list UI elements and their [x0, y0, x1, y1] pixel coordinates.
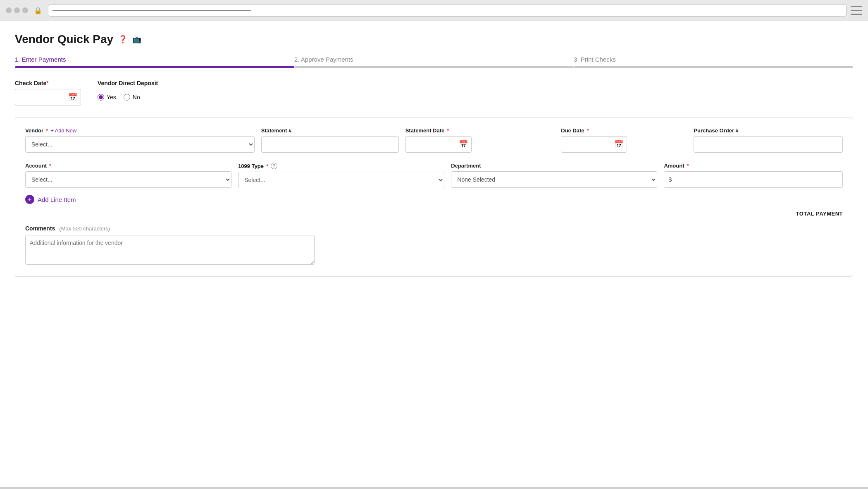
hamburger-menu-icon[interactable] — [851, 6, 862, 15]
vendor-direct-deposit-label: Vendor Direct Deposit — [98, 80, 158, 86]
add-line-item-button[interactable]: + Add Line Item — [25, 195, 76, 204]
comments-section: Comments (Max 500 characters) — [25, 225, 843, 266]
line-items-card: Vendor* + Add New Select... Statement # … — [15, 117, 853, 277]
statement-number-label: Statement # — [261, 127, 399, 134]
type-1099-field: 1099 Type* ? Select... — [238, 163, 444, 188]
vendor-direct-deposit-group: Vendor Direct Deposit Yes No — [98, 80, 158, 105]
amount-input-wrapper[interactable]: $ — [664, 171, 843, 188]
type-1099-select[interactable]: Select... — [238, 172, 444, 188]
due-date-wrapper[interactable]: 6/23/2020 📅 — [561, 136, 627, 153]
vendor-field: Vendor* + Add New Select... — [25, 127, 255, 153]
radio-no-input[interactable] — [124, 94, 130, 101]
amount-field: Amount* $ — [664, 163, 843, 188]
due-date-input[interactable]: 6/23/2020 — [565, 141, 614, 148]
steps-container: 1. Enter Payments 2. Approve Payments 3.… — [15, 56, 853, 68]
currency-symbol: $ — [668, 176, 672, 183]
step-1[interactable]: 1. Enter Payments — [15, 56, 294, 68]
vendor-label: Vendor* + Add New — [25, 127, 255, 134]
due-date-calendar-icon[interactable]: 📅 — [614, 140, 623, 149]
radio-no-label: No — [133, 94, 140, 101]
step-3-bar — [574, 66, 853, 68]
due-date-label: Due Date* — [561, 127, 687, 134]
fields-row-2: Account* Select... 1099 Type* ? Select..… — [25, 163, 843, 188]
radio-yes-input[interactable] — [98, 94, 104, 101]
due-date-field: Due Date* 6/23/2020 📅 — [561, 127, 687, 153]
comments-label: Comments — [25, 225, 55, 232]
check-date-calendar-icon[interactable]: 📅 — [68, 93, 77, 102]
check-date-input[interactable] — [19, 94, 68, 101]
account-select[interactable]: Select... — [25, 171, 231, 188]
check-date-group: Check Date* 📅 — [15, 80, 81, 105]
statement-date-label: Statement Date* — [405, 127, 555, 134]
step-2-label: 2. Approve Payments — [294, 56, 574, 63]
total-payment-row: TOTAL PAYMENT — [25, 211, 843, 217]
vendor-select[interactable]: Select... — [25, 136, 255, 153]
comments-max-chars: (Max 500 characters) — [59, 225, 110, 232]
fields-row-1: Vendor* + Add New Select... Statement # … — [25, 127, 843, 153]
purchase-order-field: Purchase Order # — [694, 127, 843, 153]
add-line-item-row: + Add Line Item — [25, 195, 843, 204]
statement-date-input[interactable]: 6/23/2020 — [409, 141, 459, 148]
comments-textarea[interactable] — [25, 235, 315, 265]
statement-number-field: Statement # — [261, 127, 399, 153]
add-line-item-label: Add Line Item — [38, 196, 76, 203]
department-label: Department — [451, 163, 657, 169]
radio-no-option[interactable]: No — [124, 94, 140, 101]
lock-icon: 🔒 — [32, 5, 44, 16]
type-1099-help-icon[interactable]: ? — [271, 163, 277, 169]
step-1-bar — [15, 66, 294, 68]
vendor-direct-deposit-radios: Yes No — [98, 89, 158, 105]
statement-date-wrapper[interactable]: 6/23/2020 📅 — [405, 136, 472, 153]
total-payment-label: TOTAL PAYMENT — [796, 211, 843, 217]
department-field: Department None Selected — [451, 163, 657, 188]
page-content: Vendor Quick Pay ❓ 📺 1. Enter Payments 2… — [0, 21, 868, 487]
amount-label: Amount* — [664, 163, 843, 169]
purchase-order-label: Purchase Order # — [694, 127, 843, 134]
check-date-label: Check Date* — [15, 80, 81, 86]
comments-label-row: Comments (Max 500 characters) — [25, 225, 843, 232]
page-title-row: Vendor Quick Pay ❓ 📺 — [15, 33, 853, 46]
statement-number-input[interactable] — [261, 136, 399, 153]
step-1-label: 1. Enter Payments — [15, 56, 294, 63]
traffic-light-minimize — [14, 7, 20, 13]
address-bar-content — [52, 10, 251, 11]
type-1099-label: 1099 Type* ? — [238, 163, 444, 169]
traffic-light-maximize — [22, 7, 28, 13]
step-3-label: 3. Print Checks — [574, 56, 853, 63]
traffic-lights — [6, 7, 28, 13]
purchase-order-input[interactable] — [694, 136, 843, 153]
tv-icon[interactable]: 📺 — [132, 35, 141, 44]
help-circle-icon[interactable]: ❓ — [118, 35, 127, 44]
account-field: Account* Select... — [25, 163, 231, 188]
step-2[interactable]: 2. Approve Payments — [294, 56, 574, 68]
top-fields-row: Check Date* 📅 Vendor Direct Deposit Yes … — [15, 80, 853, 105]
radio-yes-option[interactable]: Yes — [98, 94, 116, 101]
add-new-vendor-link[interactable]: + Add New — [50, 127, 76, 134]
statement-date-calendar-icon[interactable]: 📅 — [459, 140, 468, 149]
amount-input[interactable] — [673, 176, 838, 183]
page-title: Vendor Quick Pay — [15, 33, 113, 46]
step-3[interactable]: 3. Print Checks — [574, 56, 853, 68]
account-label: Account* — [25, 163, 231, 169]
add-line-item-icon: + — [25, 195, 34, 204]
statement-date-field: Statement Date* 6/23/2020 📅 — [405, 127, 555, 153]
browser-chrome: 🔒 — [0, 0, 868, 21]
department-select[interactable]: None Selected — [451, 171, 657, 188]
radio-yes-label: Yes — [107, 94, 116, 101]
address-bar[interactable] — [48, 4, 847, 17]
traffic-light-close — [6, 7, 12, 13]
step-2-bar — [294, 66, 574, 68]
check-date-input-wrapper[interactable]: 📅 — [15, 89, 81, 105]
